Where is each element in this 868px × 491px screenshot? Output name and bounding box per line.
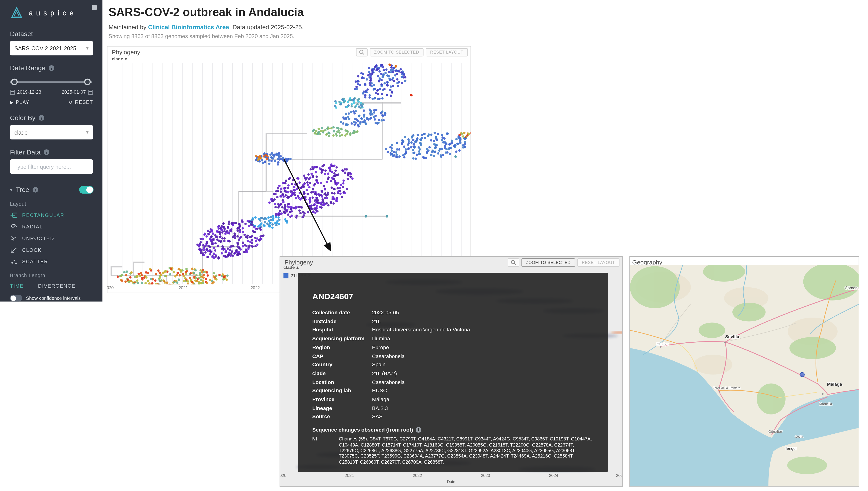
tree-tip[interactable] (128, 281, 131, 283)
tree-tip[interactable] (234, 252, 236, 254)
tree-tip[interactable] (303, 192, 306, 195)
tree-tip[interactable] (293, 207, 295, 209)
tree-tip[interactable] (299, 206, 301, 208)
tree-tip[interactable] (316, 197, 318, 199)
tree-tip[interactable] (403, 156, 405, 158)
tree-tip[interactable] (211, 243, 213, 246)
tree-tip[interactable] (337, 182, 339, 184)
tree-tip[interactable] (315, 179, 318, 181)
tree-tip[interactable] (327, 172, 330, 175)
tree-tip[interactable] (237, 254, 239, 256)
reset-button[interactable]: ↺RESET (69, 100, 93, 105)
tree-tip[interactable] (223, 230, 226, 232)
layout-option-unrooted[interactable]: UNROOTED (10, 235, 94, 242)
tree-tip[interactable] (334, 100, 337, 103)
tree-tip[interactable] (364, 94, 366, 96)
tree-tip[interactable] (202, 277, 205, 279)
tree-tip[interactable] (221, 231, 223, 234)
tree-tip[interactable] (378, 119, 380, 121)
tree-tip[interactable] (334, 105, 336, 107)
tree-tip[interactable] (390, 85, 392, 88)
tree-tip[interactable] (190, 272, 192, 275)
tree-tip[interactable] (463, 132, 466, 134)
tree-tip[interactable] (338, 131, 341, 134)
tree-tip[interactable] (283, 182, 286, 184)
tree-tip[interactable] (357, 75, 359, 78)
tree-tip[interactable] (390, 71, 393, 73)
tree-tip[interactable] (396, 156, 398, 158)
tree-tip[interactable] (125, 274, 128, 277)
tree-tip[interactable] (336, 166, 338, 169)
tree-tip[interactable] (226, 275, 228, 277)
tree-tip[interactable] (315, 205, 318, 207)
tree-tip[interactable] (323, 164, 325, 166)
tree-tip[interactable] (327, 204, 330, 206)
geo-deme-marker[interactable] (800, 372, 804, 377)
tree-tip[interactable] (202, 273, 205, 276)
tree-tip[interactable] (351, 105, 353, 108)
tree-tip[interactable] (366, 78, 368, 81)
tree-tip[interactable] (239, 229, 241, 231)
tree-tip[interactable] (222, 247, 225, 250)
tree-tip[interactable] (191, 267, 193, 270)
tree-tip[interactable] (209, 250, 212, 253)
tree-tip[interactable] (271, 160, 273, 162)
tree-tip[interactable] (312, 130, 314, 132)
tree-tip[interactable] (200, 250, 202, 252)
tree-tip[interactable] (319, 202, 322, 204)
tree-tip[interactable] (149, 268, 151, 270)
tree-tip[interactable] (285, 179, 287, 182)
tree-tip[interactable] (307, 183, 309, 186)
tree-tip[interactable] (289, 211, 291, 213)
tree-tip[interactable] (375, 92, 377, 94)
tree-tip[interactable] (219, 236, 221, 238)
tree-tip[interactable] (198, 244, 201, 247)
slider-track[interactable] (10, 82, 92, 83)
tree-tip[interactable] (401, 82, 403, 84)
tree-tip[interactable] (219, 231, 221, 234)
tree-tip[interactable] (270, 198, 272, 201)
tree-tip[interactable] (217, 256, 220, 259)
tree-tip[interactable] (359, 122, 361, 125)
tree-tip[interactable] (274, 203, 277, 205)
tree-tip[interactable] (410, 146, 412, 149)
tree-tip[interactable] (254, 216, 257, 219)
tree-tip[interactable] (205, 235, 208, 237)
tree-tip[interactable] (433, 155, 435, 157)
tree-tip[interactable] (424, 137, 426, 139)
play-button[interactable]: ▶PLAY (10, 100, 29, 105)
tree-tip[interactable] (242, 241, 244, 244)
info-icon[interactable]: i (32, 187, 38, 193)
tree-tip[interactable] (201, 271, 203, 273)
tree-tip[interactable] (277, 163, 279, 166)
tree-tip[interactable] (370, 82, 373, 85)
tree-tip[interactable] (245, 223, 247, 225)
tree-tip[interactable] (433, 140, 435, 142)
tree-tip[interactable] (194, 269, 197, 271)
tree-tip[interactable] (337, 127, 339, 129)
tree-tip[interactable] (340, 127, 342, 130)
tree-tip[interactable] (311, 166, 314, 168)
tree-tip[interactable] (213, 238, 215, 240)
tree-tip[interactable] (286, 196, 289, 199)
tree-tip[interactable] (246, 234, 249, 237)
tree-tip[interactable] (250, 236, 252, 238)
tree-tip[interactable] (271, 156, 273, 159)
tree-tip[interactable] (283, 211, 285, 213)
tree-tip[interactable] (378, 80, 380, 83)
tree-tip[interactable] (274, 153, 276, 156)
tree-tip[interactable] (367, 74, 369, 77)
tree-tip[interactable] (326, 197, 328, 199)
tree-tip[interactable] (284, 194, 287, 197)
tree-tip[interactable] (368, 67, 370, 69)
tree-tip[interactable] (355, 110, 357, 112)
tree-tip[interactable] (255, 240, 257, 242)
tree-tip[interactable] (339, 187, 341, 189)
tree-tip[interactable] (412, 139, 415, 141)
tree-tip[interactable] (254, 245, 257, 248)
tree-tip[interactable] (150, 278, 152, 280)
tree-tip[interactable] (235, 249, 238, 251)
tree-tip[interactable] (303, 196, 305, 198)
tree-tip[interactable] (303, 183, 305, 185)
tree-tip[interactable] (173, 281, 176, 283)
